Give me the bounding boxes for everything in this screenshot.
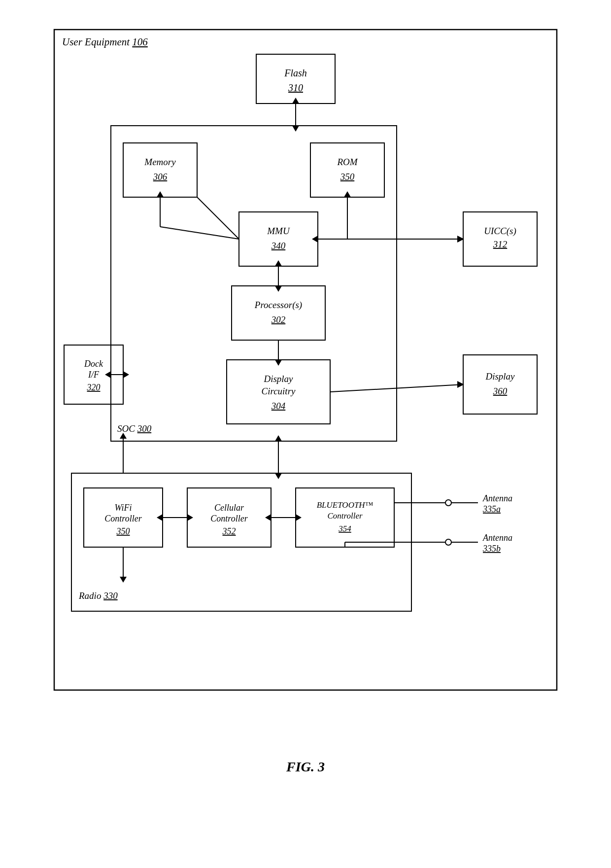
antenna-a-num: 335a — [482, 504, 501, 514]
svg-marker-3 — [292, 98, 299, 104]
antenna-a-label: Antenna — [482, 493, 512, 503]
cellular-label: Cellular — [214, 503, 244, 513]
bt-label: BLUETOOTH™ — [317, 500, 373, 510]
svg-marker-21 — [275, 360, 282, 366]
wifi-num: 350 — [116, 526, 130, 536]
svg-marker-56 — [120, 577, 127, 583]
svg-marker-34 — [265, 514, 271, 521]
svg-rect-5 — [123, 143, 197, 197]
wifi-label: WiFi — [115, 503, 132, 513]
svg-rect-45 — [463, 355, 537, 414]
cellular-label2: Controller — [210, 514, 248, 523]
svg-rect-7 — [239, 212, 318, 266]
svg-line-10 — [160, 227, 239, 239]
svg-marker-32 — [187, 514, 193, 521]
svg-marker-11 — [157, 191, 164, 197]
uicc-num: 312 — [493, 239, 508, 249]
svg-marker-44 — [312, 236, 318, 243]
rom-label: ROM — [337, 157, 358, 167]
antenna-b-label: Antenna — [482, 533, 512, 543]
antenna-b-num: 335b — [482, 544, 501, 554]
radio-label: Radio 330 — [78, 590, 118, 601]
svg-marker-24 — [275, 435, 282, 441]
mmu-label: MMU — [267, 226, 290, 236]
svg-marker-25 — [275, 473, 282, 479]
processors-num: 302 — [271, 314, 286, 325]
flash-num: 310 — [288, 82, 303, 93]
figure-label: FIG. 3 — [34, 759, 577, 775]
svg-rect-19 — [232, 286, 325, 340]
diagram-wrapper: User Equipment 106 Flash 310 SOC 300 Mem… — [34, 20, 577, 775]
display-label: Display — [485, 371, 515, 382]
svg-line-8 — [197, 197, 239, 239]
svg-marker-15 — [292, 126, 299, 132]
processors-label: Processor(s) — [254, 300, 302, 311]
main-diagram: User Equipment 106 Flash 310 SOC 300 Mem… — [44, 20, 567, 739]
svg-marker-38 — [123, 371, 129, 378]
flash-label: Flash — [284, 68, 307, 78]
svg-marker-14 — [344, 191, 351, 197]
svg-marker-31 — [157, 514, 163, 521]
memory-label: Memory — [144, 157, 176, 167]
mmu-num: 340 — [271, 241, 286, 251]
display-circuitry-num: 304 — [271, 401, 286, 411]
uicc-label: UICC(s) — [484, 226, 516, 237]
bt-label2: Controller — [327, 511, 363, 521]
svg-rect-6 — [310, 143, 384, 197]
dock-label: Dock — [84, 359, 103, 369]
display-circuitry-label: Display — [263, 374, 293, 384]
cellular-num: 352 — [222, 526, 236, 536]
bt-num: 354 — [338, 524, 351, 533]
svg-marker-18 — [275, 260, 282, 266]
dock-num: 320 — [87, 382, 101, 392]
svg-marker-39 — [105, 371, 111, 378]
svg-marker-17 — [275, 286, 282, 292]
soc-label: SOC 300 — [117, 423, 152, 434]
display-num: 360 — [493, 386, 508, 396]
svg-marker-35 — [296, 514, 302, 521]
rom-num: 350 — [340, 172, 355, 182]
ue-label: User Equipment 106 — [62, 36, 148, 48]
svg-point-48 — [445, 500, 451, 506]
svg-rect-1 — [256, 54, 335, 104]
display-circuitry-label2: Circuitry — [262, 386, 296, 396]
memory-num: 306 — [153, 172, 168, 182]
dock-label2: I/F — [88, 370, 100, 380]
svg-point-51 — [445, 539, 451, 545]
wifi-label2: Controller — [104, 514, 142, 523]
